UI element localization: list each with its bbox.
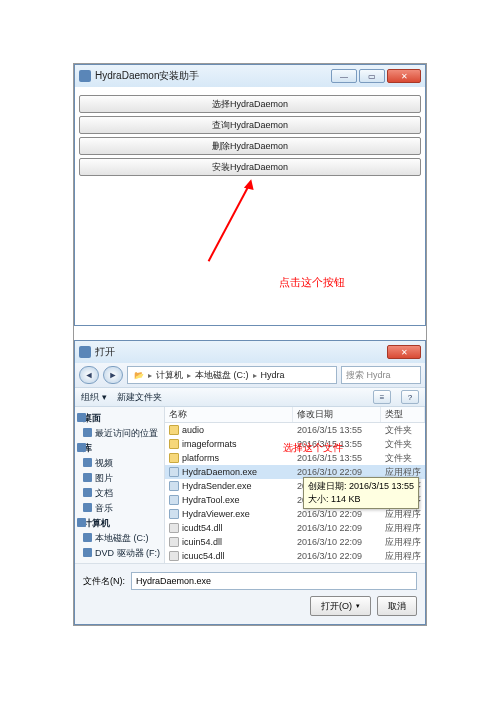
folder-icon	[83, 473, 92, 482]
annotation-text: 选择这个文件	[283, 441, 343, 455]
back-button[interactable]: ◄	[79, 366, 99, 384]
close-button[interactable]: ✕	[387, 345, 421, 359]
crumb-drive[interactable]: 本地磁盘 (C:)	[193, 369, 251, 382]
sidebar-item[interactable]: 音乐	[75, 501, 164, 516]
sidebar-item[interactable]: 计算机	[75, 516, 164, 531]
annotation-arrow: 点击这个按钮	[79, 179, 421, 299]
dll-icon	[169, 537, 179, 547]
search-input[interactable]: 搜索 Hydra	[341, 366, 421, 384]
sidebar-item[interactable]: 图片	[75, 471, 164, 486]
open-button[interactable]: 打开(O)	[310, 596, 371, 616]
sidebar-item[interactable]: 文档	[75, 486, 164, 501]
exe-icon	[169, 509, 179, 519]
view-button[interactable]: ≡	[373, 390, 391, 404]
exe-icon	[169, 481, 179, 491]
col-date[interactable]: 修改日期	[293, 407, 381, 422]
folder-icon	[83, 428, 92, 437]
new-folder-button[interactable]: 新建文件夹	[117, 391, 162, 404]
sidebar-item[interactable]: 本地磁盘 (C:)	[75, 531, 164, 546]
exe-icon	[169, 467, 179, 477]
dialog-footer: 文件名(N): HydraDaemon.exe 打开(O) 取消	[75, 563, 425, 624]
window-body: 选择HydraDaemon 查询HydraDaemon 删除HydraDaemo…	[75, 87, 425, 325]
delete-daemon-button[interactable]: 删除HydraDaemon	[79, 137, 421, 155]
crumb-folder[interactable]: Hydra	[259, 370, 287, 380]
nav-row: ◄ ► 📂 ▸ 计算机 ▸ 本地磁盘 (C:) ▸ Hydra 搜索 Hydra	[75, 363, 425, 387]
install-daemon-button[interactable]: 安装HydraDaemon	[79, 158, 421, 176]
sidebar-item[interactable]: 桌面	[75, 411, 164, 426]
folder-icon	[83, 488, 92, 497]
window-title: HydraDaemon安装助手	[95, 69, 199, 83]
crumb-computer[interactable]: 计算机	[154, 369, 185, 382]
filename-label: 文件名(N):	[83, 575, 125, 588]
folder-icon	[169, 425, 179, 435]
sidebar: 桌面最近访问的位置库视频图片文档音乐计算机本地磁盘 (C:)DVD 驱动器 (F…	[75, 407, 165, 563]
dll-icon	[169, 523, 179, 533]
col-type[interactable]: 类型	[381, 407, 425, 422]
organize-menu[interactable]: 组织 ▾	[81, 391, 107, 404]
select-daemon-button[interactable]: 选择HydraDaemon	[79, 95, 421, 113]
hydra-installer-window: HydraDaemon安装助手 — ▭ ✕ 选择HydraDaemon 查询Hy…	[74, 64, 426, 326]
cancel-button[interactable]: 取消	[377, 596, 417, 616]
folder-icon	[83, 548, 92, 557]
folder-icon	[83, 503, 92, 512]
folder-icon	[77, 443, 86, 452]
toolbar: 组织 ▾ 新建文件夹 ≡ ?	[75, 387, 425, 407]
sidebar-item[interactable]: 视频	[75, 456, 164, 471]
folder-icon	[83, 533, 92, 542]
tooltip-line: 大小: 114 KB	[308, 493, 414, 506]
query-daemon-button[interactable]: 查询HydraDaemon	[79, 116, 421, 134]
col-name[interactable]: 名称	[165, 407, 293, 422]
file-row[interactable]: icuin54.dll2016/3/10 22:09应用程序	[165, 535, 425, 549]
folder-icon	[77, 413, 86, 422]
app-icon	[79, 70, 91, 82]
titlebar[interactable]: HydraDaemon安装助手 — ▭ ✕	[75, 65, 425, 87]
file-row[interactable]: icudt54.dll2016/3/10 22:09应用程序	[165, 521, 425, 535]
folder-icon	[77, 518, 86, 527]
help-button[interactable]: ?	[401, 390, 419, 404]
sidebar-item[interactable]: 最近访问的位置	[75, 426, 164, 441]
close-button[interactable]: ✕	[387, 69, 421, 83]
file-row[interactable]: HydraViewer.exe2016/3/10 22:09应用程序	[165, 507, 425, 521]
dll-icon	[169, 551, 179, 561]
sidebar-item[interactable]: DVD 驱动器 (F:)	[75, 546, 164, 561]
column-headers[interactable]: 名称 修改日期 类型	[165, 407, 425, 423]
forward-button[interactable]: ►	[103, 366, 123, 384]
folder-icon	[169, 439, 179, 449]
minimize-button[interactable]: —	[331, 69, 357, 83]
address-bar[interactable]: 📂 ▸ 计算机 ▸ 本地磁盘 (C:) ▸ Hydra	[127, 366, 337, 384]
exe-icon	[169, 495, 179, 505]
maximize-button[interactable]: ▭	[359, 69, 385, 83]
tooltip-line: 创建日期: 2016/3/15 13:55	[308, 480, 414, 493]
folder-icon	[83, 458, 92, 467]
titlebar[interactable]: 打开 ✕	[75, 341, 425, 363]
file-open-dialog: 打开 ✕ ◄ ► 📂 ▸ 计算机 ▸ 本地磁盘 (C:) ▸ Hydra 搜索 …	[74, 340, 426, 625]
sidebar-item[interactable]: 库	[75, 441, 164, 456]
window-title: 打开	[95, 345, 115, 359]
folder-icon	[169, 453, 179, 463]
annotation-text: 点击这个按钮	[279, 275, 345, 290]
app-icon	[79, 346, 91, 358]
filename-input[interactable]: HydraDaemon.exe	[131, 572, 417, 590]
tooltip: 创建日期: 2016/3/15 13:55 大小: 114 KB	[303, 477, 419, 509]
file-row[interactable]: icuuc54.dll2016/3/10 22:09应用程序	[165, 549, 425, 563]
file-row[interactable]: audio2016/3/15 13:55文件夹	[165, 423, 425, 437]
